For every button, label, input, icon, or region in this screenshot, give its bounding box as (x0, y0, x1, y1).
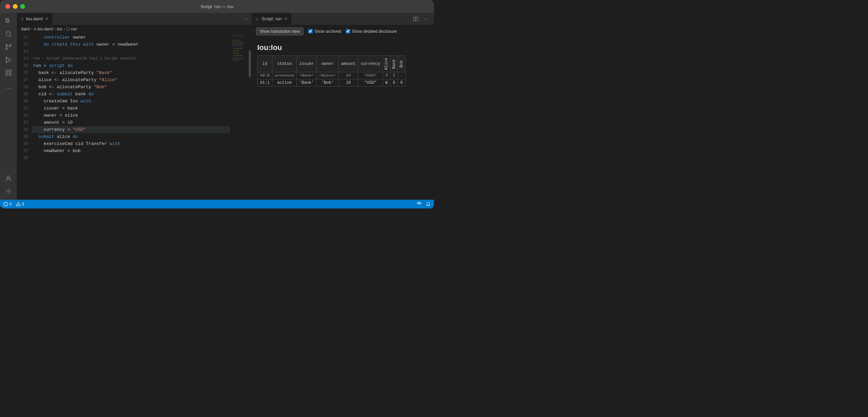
editor-tab-bar: ≡ lou.daml ✕ ··· (17, 13, 251, 25)
errors-status[interactable]: 0 (3, 202, 12, 206)
cell-amount-1: 10 (339, 79, 358, 87)
notification-icon (426, 202, 431, 206)
cell-id-0: #0:0 (258, 72, 272, 79)
maximize-button[interactable] (20, 4, 25, 9)
svg-point-38 (18, 205, 18, 205)
debug-run-icon[interactable] (3, 54, 14, 66)
col-alice: Alice (383, 56, 390, 72)
tab-close-icon[interactable]: ✕ (45, 17, 48, 21)
cell-bob-0: - (398, 72, 405, 79)
col-currency: currency (358, 56, 383, 72)
show-transaction-view-button[interactable]: Show transaction view (256, 27, 304, 35)
svg-marker-7 (6, 57, 11, 63)
cell-bank-0: S (390, 72, 398, 79)
code-line-38 (32, 162, 230, 169)
col-bank: Bank (390, 56, 398, 72)
code-line-27: bob <- allocateParty "Bob" (32, 83, 230, 91)
show-detailed-disclosure-checkbox[interactable] (346, 29, 350, 33)
svg-rect-23 (232, 47, 244, 47)
search-icon[interactable] (3, 28, 14, 40)
svg-line-3 (10, 35, 11, 37)
cell-issuer-0: 'Bank' (297, 72, 316, 79)
breadcrumb-file: ≡ lou.daml (34, 27, 53, 31)
results-panel: ▷ Script: run ✕ ··· Show transactio (251, 13, 434, 200)
cell-issuer-1: 'Bank' (297, 79, 316, 87)
svg-rect-21 (232, 43, 244, 44)
scrollbar[interactable] (248, 33, 251, 200)
svg-rect-0 (6, 19, 8, 22)
svg-rect-29 (232, 57, 244, 57)
minimize-button[interactable] (13, 4, 18, 9)
svg-rect-1 (7, 20, 9, 23)
minimap (230, 33, 248, 200)
results-tab[interactable]: ▷ Script: run ✕ (252, 13, 291, 25)
activity-bar: ··· (0, 13, 17, 200)
notification-status[interactable] (426, 202, 431, 206)
col-bob: Bob (398, 56, 405, 72)
cell-currency-0: "USD" (358, 72, 383, 79)
split-editor-icon[interactable] (411, 14, 420, 24)
svg-point-14 (7, 176, 9, 178)
show-archived-label[interactable]: Show archived (308, 29, 341, 34)
results-tab-label: Script: run (262, 16, 282, 21)
cell-amount-0: 10 (339, 72, 358, 79)
code-line-37 (32, 154, 230, 162)
svg-rect-28 (233, 55, 242, 56)
code-line-25: bank <- allocateParty "Bank" (32, 69, 230, 76)
traffic-lights (5, 4, 25, 9)
files-icon[interactable] (3, 16, 14, 27)
remote-status[interactable] (416, 201, 422, 207)
error-icon (3, 202, 8, 206)
code-line-23 (32, 48, 230, 55)
cell-owner-1: 'Bob' (316, 79, 338, 87)
show-archived-checkbox[interactable] (308, 29, 313, 33)
svg-rect-22 (232, 45, 242, 46)
svg-rect-19 (232, 40, 239, 41)
title-bar: Script: run — lou (0, 0, 434, 13)
git-icon[interactable] (3, 41, 14, 53)
cell-id-1: #1:1 (258, 79, 272, 87)
svg-rect-32 (413, 17, 415, 21)
show-detailed-disclosure-label[interactable]: Show detailed disclosure (346, 29, 397, 34)
svg-point-2 (6, 32, 10, 36)
tab-more-button[interactable]: ··· (240, 13, 251, 25)
extensions-icon[interactable] (3, 67, 14, 78)
svg-rect-31 (233, 60, 240, 61)
cell-bob-1: O (398, 79, 405, 87)
code-line-26: alice <- allocateParty "Alice" (32, 76, 230, 83)
editor-pane: ≡ lou.daml ✕ ··· daml › ≡ lou.daml › lou (17, 13, 251, 200)
col-amount: amount (339, 56, 358, 72)
svg-rect-13 (9, 73, 11, 75)
cell-alice-1: W (383, 79, 390, 87)
svg-point-15 (7, 190, 9, 192)
cell-status-0: archived (272, 72, 297, 79)
settings-icon[interactable] (3, 186, 14, 197)
svg-rect-33 (416, 17, 418, 21)
code-line-24: run = script do (32, 62, 230, 69)
svg-rect-30 (233, 58, 244, 59)
breadcrumb-lou: lou (57, 27, 62, 31)
panel-more-icon[interactable]: ··· (422, 14, 431, 24)
svg-rect-18 (233, 36, 246, 37)
warning-icon (16, 202, 21, 206)
cell-status-1: active (272, 79, 297, 87)
breadcrumb-run: ⬡ run (66, 27, 77, 31)
close-button[interactable] (5, 4, 10, 9)
code-content[interactable]: controller owner do create this with own… (32, 33, 230, 200)
svg-rect-10 (6, 70, 8, 72)
svg-point-36 (5, 205, 6, 205)
account-icon[interactable] (3, 173, 14, 184)
code-editor[interactable]: 21 22 23 24 25 26 27 28 29 30 31 32 33 3… (17, 33, 251, 200)
results-toolbar: Show transaction view Show archived Show… (252, 25, 434, 38)
warning-count: 0 (22, 202, 24, 206)
svg-rect-20 (232, 42, 243, 42)
code-line-36: newOwner = bob (32, 147, 230, 154)
code-line-22: do create this with owner = newOwner (32, 41, 230, 48)
more-dots-icon[interactable]: ··· (3, 82, 14, 94)
editor-tab[interactable]: ≡ lou.daml ✕ (17, 13, 53, 25)
code-line-31: owner = alice (32, 112, 230, 119)
code-line-33: currency = "USD" (32, 126, 230, 133)
results-tab-close-icon[interactable]: ✕ (284, 17, 287, 21)
status-bar: 0 0 (0, 200, 434, 208)
warnings-status[interactable]: 0 (16, 202, 24, 206)
